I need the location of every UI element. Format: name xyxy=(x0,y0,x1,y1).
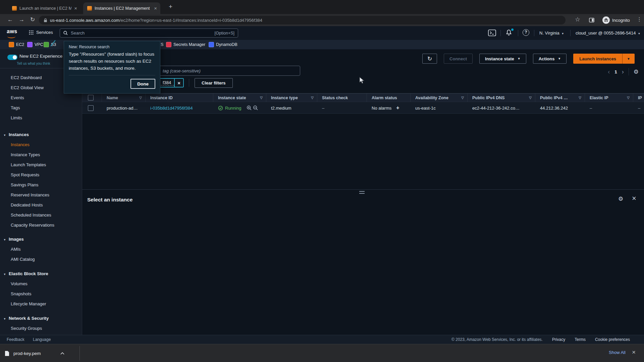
aws-logo[interactable]: aws xyxy=(7,28,17,35)
add-alarm-icon[interactable]: + xyxy=(396,105,399,111)
tab-close-icon[interactable]: × xyxy=(74,6,77,11)
select-all-checkbox[interactable] xyxy=(88,95,94,101)
table-settings-gear-icon[interactable]: ⚙ xyxy=(634,69,639,75)
console-search-input[interactable]: Search [Option+S] xyxy=(60,28,238,38)
connect-button[interactable]: Connect xyxy=(444,54,473,64)
panel-close-icon[interactable]: × xyxy=(632,194,636,203)
actions-button[interactable]: Actions▼ xyxy=(533,54,567,64)
col-public-ipv4-dns[interactable]: Public IPv4 DNS▽ xyxy=(468,94,535,102)
row-checkbox[interactable] xyxy=(88,105,94,111)
favorite-secrets-manager[interactable]: Secrets Manager xyxy=(166,40,205,49)
col-instance-id[interactable]: Instance ID xyxy=(146,94,213,102)
zoom-out-icon[interactable] xyxy=(253,105,258,111)
show-all-downloads-link[interactable]: Show All xyxy=(609,350,626,355)
bookmark-star-icon[interactable]: ☆ xyxy=(575,16,580,22)
privacy-link[interactable]: Privacy xyxy=(552,337,565,342)
sidebar-item-capacity-reservations[interactable]: Capacity Reservations xyxy=(0,220,82,230)
nav-divider xyxy=(534,30,534,36)
favorite-ec2[interactable]: EC2 xyxy=(9,40,24,49)
terms-link[interactable]: Terms xyxy=(575,337,586,342)
col-elastic-ip[interactable]: Elastic IP▽ xyxy=(585,94,633,102)
sidebar-item-savings-plans[interactable]: Savings Plans xyxy=(0,180,82,190)
done-button[interactable]: Done xyxy=(130,79,155,89)
downloaded-file-chip[interactable]: prod-key.pem xyxy=(5,347,64,360)
sidebar-item-instances[interactable]: Instances xyxy=(0,140,82,150)
favorite-vpc[interactable]: VPC xyxy=(27,40,43,49)
language-link[interactable]: Language xyxy=(33,337,51,342)
remove-filter-icon[interactable]: × xyxy=(174,79,183,87)
split-drag-handle[interactable] xyxy=(359,191,365,194)
instance-id-link[interactable]: i-035b8d1d47956f384 xyxy=(150,106,193,111)
sidebar-item-snapshots[interactable]: Snapshots xyxy=(0,289,82,299)
region-selector[interactable]: N. Virginia▼ xyxy=(539,31,564,36)
chevron-up-icon[interactable] xyxy=(60,352,64,355)
browser-menu-icon[interactable]: ⋮ xyxy=(637,17,642,22)
section-network-security[interactable]: ▼Network & Security xyxy=(0,313,49,323)
help-icon[interactable]: ? xyxy=(523,29,529,36)
address-bar[interactable]: us-east-1.console.aws.amazon.com/ec2/hom… xyxy=(39,16,566,24)
sort-icon[interactable]: ▽ xyxy=(627,96,630,100)
reload-icon[interactable]: ↻ xyxy=(30,17,35,22)
side-panel-icon[interactable] xyxy=(589,18,594,22)
sidebar-item-reserved-instances[interactable]: Reserved Instances xyxy=(0,190,82,200)
sidebar-item-launch-templates[interactable]: Launch Templates xyxy=(0,160,82,170)
instance-state-button[interactable]: Instance state▼ xyxy=(479,54,526,64)
cookie-preferences-link[interactable]: Cookie preferences xyxy=(595,337,630,342)
favorite-partial[interactable]: S xyxy=(161,40,163,49)
zoom-in-icon[interactable] xyxy=(247,105,252,111)
new-tab-button[interactable]: + xyxy=(169,3,172,10)
sidebar-item-security-groups[interactable]: Security Groups xyxy=(0,323,82,334)
browser-tab-launch-instance[interactable]: Launch an instance | EC2 Mana × xyxy=(8,2,80,14)
favorite-dynamodb[interactable]: DynamoDB xyxy=(209,40,237,49)
account-menu[interactable]: cloud_user @ 0055-2696-5414▼ xyxy=(576,31,640,36)
sort-icon[interactable]: ▽ xyxy=(461,96,464,100)
sidebar-item-spot-requests[interactable]: Spot Requests xyxy=(0,170,82,180)
feedback-link[interactable]: Feedback xyxy=(7,337,24,342)
col-name[interactable]: Name▽ xyxy=(102,94,146,102)
sort-icon[interactable]: ▽ xyxy=(260,96,263,100)
services-menu[interactable]: Services xyxy=(29,30,53,35)
sidebar-item-volumes[interactable]: Volumes xyxy=(0,279,82,289)
sidebar-item-scheduled-instances[interactable]: Scheduled Instances xyxy=(0,210,82,220)
col-availability-zone[interactable]: Availability Zone▽ xyxy=(411,94,468,102)
sidebar-item-ami-catalog[interactable]: AMI Catalog xyxy=(0,254,82,264)
launch-instances-dropdown[interactable]: ▼ xyxy=(622,54,635,64)
cloudshell-icon[interactable] xyxy=(488,29,496,36)
next-page-icon[interactable]: › xyxy=(622,69,624,75)
sidebar-item-lifecycle-manager[interactable]: Lifecycle Manager xyxy=(0,299,82,309)
download-bar-close-icon[interactable]: × xyxy=(632,349,636,356)
tell-us-link[interactable]: Tell us what you think xyxy=(17,61,50,65)
section-elastic-block-store[interactable]: ▼Elastic Block Store xyxy=(0,269,48,279)
col-instance-state[interactable]: Instance state▽ xyxy=(213,94,266,102)
instance-row[interactable]: production-ad… i-035b8d1d47956f384 Runni… xyxy=(82,103,644,114)
download-file-name: prod-key.pem xyxy=(13,351,41,356)
sidebar-item-limits[interactable]: Limits xyxy=(0,113,82,123)
section-instances[interactable]: ▼Instances xyxy=(0,130,29,140)
sidebar-item-events[interactable]: Events xyxy=(0,93,82,103)
sidebar-item-tags[interactable]: Tags xyxy=(0,103,82,113)
sidebar-item-dedicated-hosts[interactable]: Dedicated Hosts xyxy=(0,200,82,210)
sort-icon[interactable]: ▽ xyxy=(311,96,314,100)
refresh-button[interactable]: ↻ xyxy=(422,54,437,64)
col-alarm-status[interactable]: Alarm status xyxy=(367,94,411,102)
col-ip[interactable]: IP xyxy=(633,94,644,102)
sort-icon[interactable]: ▽ xyxy=(579,96,581,100)
page-number[interactable]: 1 xyxy=(614,69,617,74)
col-status-check[interactable]: Status check xyxy=(317,94,367,102)
clear-filters-button[interactable]: Clear filters xyxy=(195,78,233,88)
sort-icon[interactable]: ▽ xyxy=(529,96,532,100)
section-images[interactable]: ▼Images xyxy=(0,234,24,244)
previous-page-icon[interactable]: ‹ xyxy=(608,69,610,75)
sort-icon[interactable]: ▽ xyxy=(139,96,142,100)
panel-settings-gear-icon[interactable]: ⚙ xyxy=(618,196,623,202)
sidebar-item-instance-types[interactable]: Instance Types xyxy=(0,150,82,160)
sidebar-item-amis[interactable]: AMIs xyxy=(0,244,82,254)
launch-instances-button[interactable]: Launch instances xyxy=(573,54,622,64)
col-public-ipv4[interactable]: Public IPv4 …▽ xyxy=(535,94,585,102)
forward-icon[interactable]: → xyxy=(19,17,24,22)
tab-close-icon[interactable]: × xyxy=(154,6,157,11)
browser-tab-instances[interactable]: Instances | EC2 Management C × xyxy=(83,2,160,14)
back-icon[interactable]: ← xyxy=(7,17,13,22)
col-instance-type[interactable]: Instance type▽ xyxy=(266,94,317,102)
new-experience-toggle[interactable] xyxy=(7,55,17,60)
